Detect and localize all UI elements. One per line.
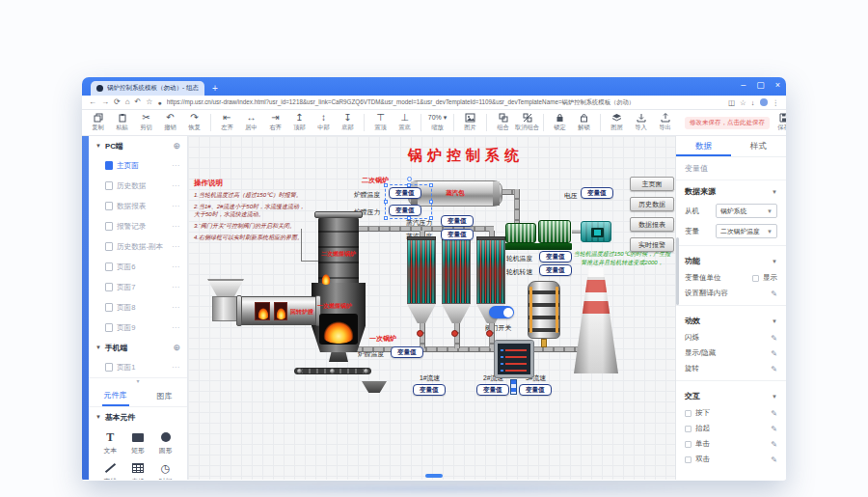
paste-button[interactable]: 粘贴: [112, 113, 132, 132]
page-more-icon[interactable]: ⋯: [172, 283, 180, 291]
flow3-chip[interactable]: 变量值: [519, 384, 552, 396]
generator[interactable]: [581, 221, 611, 242]
turbine-speed-label[interactable]: 轮机转速: [506, 267, 532, 277]
sidebar-page-report[interactable]: 数据报表 ⋯: [89, 196, 187, 216]
design-canvas[interactable]: 锅炉控制系统 操作说明 1.当轮机温度过高（超过150℃）时报警。 2.当1#、…: [188, 136, 675, 480]
page-more-icon[interactable]: ⋯: [172, 161, 180, 170]
voltage-chip[interactable]: 变量值: [581, 187, 613, 199]
cut-button[interactable]: ✂ 剪切: [136, 113, 156, 132]
align-bottom-button[interactable]: ↧ 底部: [338, 113, 358, 132]
resize-handle[interactable]: [429, 200, 433, 204]
lock-button[interactable]: 锁定: [550, 113, 570, 132]
page-more-icon[interactable]: ⋯: [172, 181, 180, 190]
function-section-header[interactable]: 功能 ▼: [676, 250, 786, 270]
sidebar-page-main[interactable]: 主页面 ⋯: [89, 155, 187, 176]
page-more-icon[interactable]: ⋯: [172, 202, 180, 210]
release-checkbox[interactable]: [685, 426, 692, 432]
canvas-hscrollbar[interactable]: [425, 474, 443, 478]
click-checkbox[interactable]: [685, 441, 692, 448]
unlock-button[interactable]: 解锁: [574, 113, 594, 132]
slave-select[interactable]: 锅炉系统 ▼: [716, 204, 777, 218]
edit-pencil-icon[interactable]: ✎: [771, 365, 777, 373]
interaction-section-header[interactable]: 交互 ▼: [676, 385, 786, 405]
sidebar-page-7[interactable]: 页面7 ⋯: [89, 277, 187, 297]
image-button[interactable]: 图片: [460, 113, 480, 132]
tab-data[interactable]: 数据: [676, 136, 731, 156]
rotate-handle[interactable]: [407, 177, 412, 181]
page-more-icon[interactable]: ⋯: [172, 242, 180, 251]
element-rect[interactable]: 矩形: [124, 430, 152, 456]
sidebar-mobile-page-1[interactable]: 页面1 ⋯: [89, 357, 187, 377]
flow1-label[interactable]: 1#流速: [420, 373, 440, 383]
send-to-device-icon[interactable]: ◫: [728, 98, 735, 107]
furnace-temp-label[interactable]: 炉膛温度: [354, 190, 380, 200]
page-more-icon[interactable]: ⋯: [172, 303, 180, 312]
align-left-button[interactable]: ⇤ 左齐: [217, 113, 237, 132]
nav-alarm-button[interactable]: 实时报警: [630, 237, 674, 252]
save-button[interactable]: 保存: [773, 113, 786, 132]
resize-handle[interactable]: [429, 216, 433, 220]
minimize-button[interactable]: –: [741, 80, 746, 90]
steam-pressure-chip[interactable]: 变量值: [441, 215, 474, 227]
bookmark-icon[interactable]: ☆: [146, 98, 152, 106]
add-page-icon[interactable]: ⊕: [173, 343, 180, 352]
flow1-chip[interactable]: 变量值: [413, 384, 446, 396]
turbine-temp-chip[interactable]: 变量值: [539, 251, 572, 262]
page-more-icon[interactable]: ⋯: [172, 262, 180, 271]
resize-handle[interactable]: [384, 216, 388, 220]
page-more-icon[interactable]: ⋯: [172, 222, 180, 231]
redo-button[interactable]: ↷ 恢复: [184, 113, 204, 132]
group-button[interactable]: 组合: [493, 113, 513, 132]
export-button[interactable]: 导出: [655, 113, 675, 132]
refresh-icon[interactable]: ⟳: [114, 98, 121, 106]
element-time[interactable]: ◷ 时间: [151, 461, 179, 480]
selection-box[interactable]: [385, 184, 432, 219]
alarm-note[interactable]: 当轮机温度超过150℃的时候，产生报警推送并且轮机转速变成2000，: [572, 250, 672, 267]
sidebar-page-history-copy[interactable]: 历史数据-副本 ⋯: [89, 236, 187, 257]
heat-exchanger-2[interactable]: [442, 236, 471, 323]
element-line[interactable]: 直线: [96, 461, 124, 480]
primary-furnace-temp-chip[interactable]: 变量值: [391, 346, 423, 358]
resize-handle[interactable]: [407, 183, 411, 187]
sidebar-page-history[interactable]: 历史数据 ⋯: [89, 176, 187, 196]
back-icon[interactable]: ←: [89, 98, 96, 106]
zoom-value[interactable]: 70% ▾: [428, 113, 447, 123]
turbine[interactable]: [504, 217, 572, 250]
maximize-button[interactable]: ▢: [756, 80, 765, 90]
forward-icon[interactable]: →: [101, 98, 109, 106]
import-button[interactable]: 导入: [631, 113, 651, 132]
sidebar-page-8[interactable]: 页面8 ⋯: [89, 297, 187, 318]
scada-title[interactable]: 锅炉控制系统: [408, 147, 524, 165]
close-button[interactable]: ×: [775, 80, 780, 90]
variable-select[interactable]: 二次锅炉温度 ▼: [716, 224, 777, 238]
tab-style[interactable]: 样式: [731, 136, 786, 156]
heat-exchanger-1[interactable]: [407, 236, 436, 323]
url-text[interactable]: https://mp.usr.cn/usr-draw/index.html?us…: [167, 98, 723, 107]
turbine-speed-chip[interactable]: 变量值: [539, 264, 572, 276]
voltage-label[interactable]: 电压: [564, 191, 578, 201]
element-text[interactable]: T 文本: [96, 430, 124, 456]
steam-temp-chip[interactable]: 变量值: [441, 229, 474, 240]
primary-boiler-label[interactable]: 一次锅炉: [369, 334, 396, 344]
resize-handle[interactable]: [384, 200, 388, 204]
flow2-chip[interactable]: 变量值: [476, 384, 509, 396]
edit-pencil-icon[interactable]: ✎: [771, 425, 777, 433]
valve-toggle[interactable]: [489, 306, 514, 318]
browser-tab[interactable]: 锅炉控制系统模板（勿动）- 组态: [91, 81, 204, 96]
nav-report-button[interactable]: 数据报表: [630, 217, 674, 232]
rotary-kiln[interactable]: 回转炉膛: [236, 296, 321, 325]
control-cabinet[interactable]: [495, 341, 533, 377]
edit-pencil-icon[interactable]: ✎: [771, 409, 777, 418]
layers-button[interactable]: 图层: [607, 113, 627, 132]
ungroup-button[interactable]: 取消组合: [517, 113, 537, 132]
nav-main-page-button[interactable]: 主页面: [630, 177, 674, 191]
align-top-button[interactable]: ↥ 顶部: [289, 113, 310, 132]
feed-hopper-funnel[interactable]: [207, 279, 244, 296]
send-to-back-button[interactable]: ⊥ 置底: [394, 113, 415, 132]
new-tab-button[interactable]: +: [204, 81, 226, 96]
page-more-icon[interactable]: ⋯: [172, 363, 180, 372]
nav-history-button[interactable]: 历史数据: [630, 197, 674, 211]
basic-elements-header[interactable]: ▼ 基本元件: [89, 407, 187, 427]
tab-component-library[interactable]: 元件库: [102, 386, 129, 406]
browser-menu-icon[interactable]: ⋮: [773, 98, 780, 107]
